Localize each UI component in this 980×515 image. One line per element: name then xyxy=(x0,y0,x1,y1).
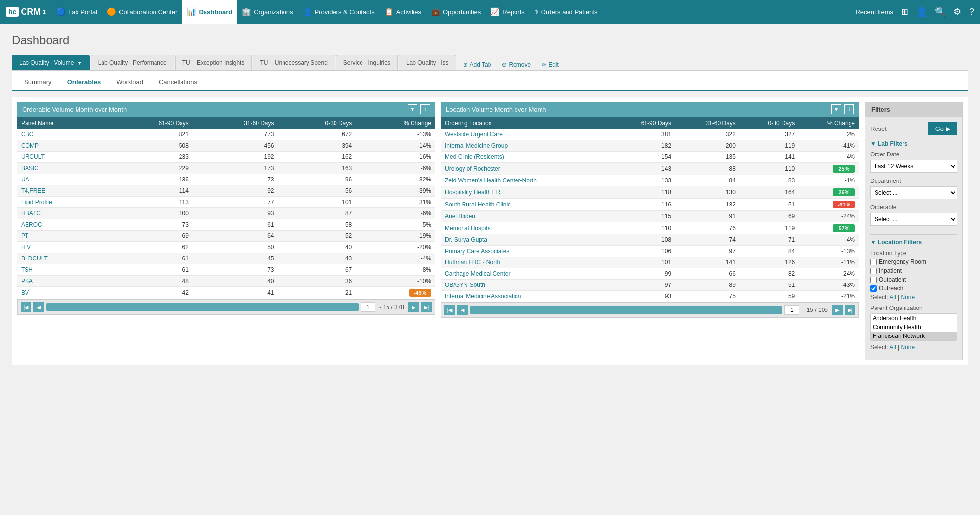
location-type-none-link[interactable]: None xyxy=(901,294,915,301)
location-prev-page[interactable]: ◀ xyxy=(457,305,468,315)
parent-org-none-link[interactable]: None xyxy=(901,344,915,351)
panel-name-cell[interactable]: PSA xyxy=(17,276,107,287)
tab-lab-quality-performance[interactable]: Lab Quality - Performance xyxy=(91,55,174,70)
tab-service-inquiries[interactable]: Service - Inquiries xyxy=(336,55,398,70)
tab-dropdown-icon[interactable]: ▼ xyxy=(77,60,82,66)
panel-name-cell[interactable]: T4,FREE xyxy=(17,185,107,197)
orders-icon: ⚕ xyxy=(535,7,539,16)
location-name-cell[interactable]: Internal Medicine Association xyxy=(441,291,610,302)
location-name-cell[interactable]: Memorial Hospital xyxy=(441,222,610,234)
nav-lab-portal[interactable]: 🔵 Lab Portal xyxy=(52,0,102,24)
panel-name-cell[interactable]: COMP xyxy=(17,140,107,152)
location-name-cell[interactable]: OB/GYN-South xyxy=(441,280,610,291)
location-type-all-link[interactable]: All xyxy=(889,294,896,301)
panel-name-cell[interactable]: CBC xyxy=(17,129,107,140)
nav-activities[interactable]: 📋 Activities xyxy=(380,0,426,24)
location-name-cell[interactable]: South Rural Health Clinic xyxy=(441,199,610,211)
parent-org-all-link[interactable]: All xyxy=(889,344,896,351)
orderable-next-page[interactable]: ▶ xyxy=(408,302,419,312)
location-last-page[interactable]: ▶| xyxy=(845,305,855,315)
tab-tu-unnecessary-spend[interactable]: TU – Unnecessary Spend xyxy=(253,55,335,70)
grid-icon[interactable]: ⊞ xyxy=(901,6,908,17)
tab-lab-quality-iss[interactable]: Lab Quality - Iss xyxy=(399,55,456,70)
panel-name-cell[interactable]: HIV xyxy=(17,242,107,253)
location-name-cell[interactable]: Huffman FHC - North xyxy=(441,257,610,268)
nav-organizations[interactable]: 🏢 Organizations xyxy=(237,0,298,24)
nav-opportunities[interactable]: 💼 Opportunities xyxy=(426,0,486,24)
checkbox-inpatient[interactable] xyxy=(870,268,877,274)
orderable-first-page[interactable]: |◀ xyxy=(21,302,31,312)
location-name-cell[interactable]: Ariel Boden xyxy=(441,211,610,222)
edit-tab-button[interactable]: ✏ Edit xyxy=(539,59,562,70)
location-name-cell[interactable]: Zeid Women's Health Center-North xyxy=(441,175,610,186)
location-add-btn[interactable]: + xyxy=(844,104,854,114)
sub-tab-workload[interactable]: Workload xyxy=(108,75,151,91)
panel-name-cell[interactable]: Lipid Profile xyxy=(17,197,107,208)
panel-name-cell[interactable]: BV xyxy=(17,287,107,299)
sub-tab-cancellations[interactable]: Cancellations xyxy=(151,75,205,91)
location-first-page[interactable]: |◀ xyxy=(444,305,455,315)
parent-org-option[interactable]: Anderson Health xyxy=(871,314,957,323)
nav-orders-patients[interactable]: ⚕ Orders and Patients xyxy=(530,0,603,24)
tab-lab-quality-volume[interactable]: Lab Quality - Volume ▼ xyxy=(12,55,90,70)
remove-tab-button[interactable]: ⊖ Remove xyxy=(499,59,534,70)
orderable-page-input[interactable] xyxy=(361,302,375,312)
sub-tab-orderables[interactable]: Orderables xyxy=(59,75,109,91)
location-name-cell[interactable]: Westside Urgent Care xyxy=(441,129,610,140)
search-icon[interactable]: 🔍 xyxy=(935,6,946,17)
settings-icon[interactable]: ⚙ xyxy=(954,6,961,17)
user-avatar[interactable]: 👤 xyxy=(916,6,927,17)
add-tab-button[interactable]: ⊕ Add Tab xyxy=(460,59,494,70)
parent-org-option[interactable]: Community Health xyxy=(871,323,957,332)
orderable-prev-page[interactable]: ◀ xyxy=(33,302,44,312)
sub-tab-summary[interactable]: Summary xyxy=(16,75,59,91)
location-name-cell[interactable]: Dr. Surya Gupta xyxy=(441,234,610,246)
panel-name-cell[interactable]: PT xyxy=(17,231,107,242)
location-next-page[interactable]: ▶ xyxy=(832,305,843,315)
orderable-collapse-btn[interactable]: ▼ xyxy=(408,104,417,114)
pct-cell: 57% xyxy=(799,222,859,234)
d61-90-cell: 143 xyxy=(610,163,675,175)
location-name-cell[interactable]: Urology of Rochester xyxy=(441,163,610,175)
d31-60-cell: 130 xyxy=(675,186,740,199)
filters-sidebar: Filters Reset Go ▶ ▼ Lab Filters Order D… xyxy=(865,102,963,360)
orderable-add-btn[interactable]: + xyxy=(420,104,430,114)
order-date-select[interactable]: Last 12 Weeks xyxy=(870,160,957,173)
go-button[interactable]: Go ▶ xyxy=(928,122,957,135)
location-page-input[interactable] xyxy=(784,305,799,315)
location-filters-collapse-icon[interactable]: ▼ xyxy=(870,239,876,246)
panel-name-cell[interactable]: TSH xyxy=(17,264,107,276)
orderable-select[interactable]: Select ... xyxy=(870,213,957,226)
recent-items-link[interactable]: Recent Items xyxy=(855,8,893,16)
reset-button[interactable]: Reset xyxy=(870,125,887,132)
nav-collaboration-center[interactable]: 🟠 Collaboration Center xyxy=(102,0,182,24)
checkbox-outreach[interactable] xyxy=(870,285,877,292)
location-table: Ordering Location 61-90 Days 31-60 Days … xyxy=(441,117,859,302)
parent-org-option[interactable]: Franciscan Network xyxy=(871,332,957,340)
location-name-cell[interactable]: Carthage Medical Center xyxy=(441,268,610,280)
location-name-cell[interactable]: Hospitality Health ER xyxy=(441,186,610,199)
lab-filters-collapse-icon[interactable]: ▼ xyxy=(870,140,876,147)
location-name-cell[interactable]: Med Clinic (Residents) xyxy=(441,152,610,163)
panel-name-cell[interactable]: BLDCULT xyxy=(17,253,107,264)
nav-reports[interactable]: 📈 Reports xyxy=(486,0,530,24)
panel-name-cell[interactable]: AEROC xyxy=(17,219,107,231)
help-icon[interactable]: ? xyxy=(969,7,974,17)
app-logo[interactable]: hc CRM 1 xyxy=(6,7,46,17)
d0-30-cell: 43 xyxy=(278,253,356,264)
orderable-last-page[interactable]: ▶| xyxy=(421,302,432,312)
tab-tu-exception-insights[interactable]: TU – Exception Insights xyxy=(175,55,252,70)
location-collapse-btn[interactable]: ▼ xyxy=(831,104,841,114)
location-name-cell[interactable]: Primary Care Associates xyxy=(441,246,610,257)
nav-providers-contacts[interactable]: 👤 Providers & Contacts xyxy=(298,0,380,24)
checkbox-outpatient[interactable] xyxy=(870,277,877,283)
panel-name-cell[interactable]: UA xyxy=(17,174,107,185)
panel-name-cell[interactable]: BASIC xyxy=(17,163,107,174)
department-select[interactable]: Select ... xyxy=(870,186,957,199)
checkbox-emergency-room[interactable] xyxy=(870,259,877,265)
nav-dashboard[interactable]: 📊 Dashboard xyxy=(182,0,237,24)
parent-org-select[interactable]: Anderson HealthCommunity HealthFrancisca… xyxy=(870,313,957,341)
location-name-cell[interactable]: Internal Medicine Group xyxy=(441,140,610,152)
panel-name-cell[interactable]: URCULT xyxy=(17,152,107,163)
panel-name-cell[interactable]: HBA1C xyxy=(17,208,107,219)
